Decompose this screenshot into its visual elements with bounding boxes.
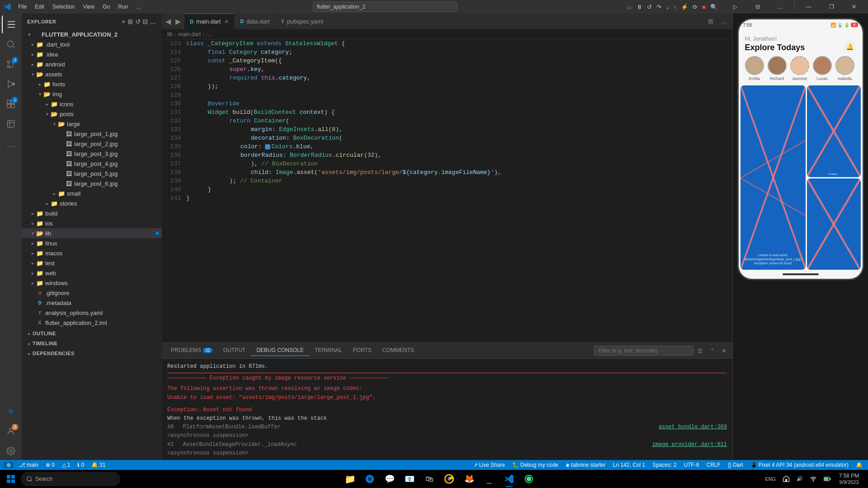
new-file-icon[interactable]: + xyxy=(122,18,126,25)
tab-main-dart[interactable]: D main.dart ✕ xyxy=(184,14,235,29)
debug-restart-btn[interactable]: ↺ xyxy=(645,4,654,10)
section-timeline[interactable]: ▸ TIMELINE xyxy=(22,338,162,348)
status-eol[interactable]: CRLF xyxy=(705,462,722,468)
status-spaces[interactable]: Spaces: 2 xyxy=(651,462,678,468)
panel-filter-input[interactable] xyxy=(594,346,693,356)
activity-search[interactable] xyxy=(2,35,20,53)
close-btn[interactable]: ✕ xyxy=(844,0,864,14)
file-large-post-2[interactable]: ▸ 🖼 large_post_2.jpg xyxy=(22,139,162,149)
taskbar-app-chrome[interactable] xyxy=(440,470,458,488)
debug-pause-btn[interactable]: ⏸ xyxy=(635,4,644,10)
taskbar-app-teams[interactable]: 💬 xyxy=(381,470,399,488)
activity-explorer[interactable] xyxy=(2,15,20,33)
split-right-btn[interactable]: ⊞ xyxy=(705,16,716,27)
activity-extensions[interactable]: 1 xyxy=(2,95,20,113)
folder-stories[interactable]: ▸ 📁 stories xyxy=(22,198,162,208)
activity-run[interactable] xyxy=(2,75,20,93)
panel-tab-terminal[interactable]: TERMINAL xyxy=(309,345,348,356)
file-large-post-4[interactable]: ▸ 🖼 large_post_4.jpg xyxy=(22,159,162,169)
panel-tab-output[interactable]: OUTPUT xyxy=(218,345,251,356)
panel-tab-debug-console[interactable]: DEBUG CONSOLE xyxy=(251,345,309,356)
folder-fonts[interactable]: ▸ 📁 fonts xyxy=(22,79,162,89)
panel-tab-problems[interactable]: PROBLEMS 32 xyxy=(165,345,218,356)
status-language[interactable]: {} Dart xyxy=(726,462,745,468)
start-button[interactable] xyxy=(2,472,20,486)
run-btn[interactable]: ▷ xyxy=(725,0,745,14)
menu-edit[interactable]: Edit xyxy=(31,3,48,11)
menu-more[interactable]: … xyxy=(132,3,145,11)
folder-assets[interactable]: ▾ 📂 assets xyxy=(22,69,162,79)
file-large-post-6[interactable]: ▸ 🖼 large_post_6.jpg xyxy=(22,178,162,188)
debug-hotreload-btn[interactable]: ⚡ xyxy=(679,4,690,10)
stack-frame-1-link[interactable]: image_provider.dart:811 xyxy=(652,441,727,449)
taskbar-app-store[interactable]: 🛍 xyxy=(420,470,439,488)
taskbar-language[interactable]: ENG xyxy=(762,474,778,483)
file-large-post-3[interactable]: ▸ 🖼 large_post_3.jpg xyxy=(22,149,162,159)
status-branch[interactable]: ⎇ main xyxy=(17,462,40,468)
more-files-icon[interactable]: … xyxy=(150,18,157,25)
status-tabnine[interactable]: ◈ tabnine starter xyxy=(564,462,608,468)
section-dependencies[interactable]: ▸ DEPENDENCIES xyxy=(22,348,162,358)
status-info[interactable]: ℹ 0 xyxy=(75,462,86,468)
file-metadata[interactable]: ▸ D .metadata xyxy=(22,298,162,308)
status-notifications-count[interactable]: 🔔 31 xyxy=(90,462,107,468)
folder-web[interactable]: ▸ 📁 web xyxy=(22,268,162,278)
taskbar-app-terminal[interactable]: _ xyxy=(480,470,498,488)
taskbar-app-firefox[interactable]: 🦊 xyxy=(460,470,478,488)
panel-close-btn[interactable]: ✕ xyxy=(719,346,729,356)
taskbar-app-edge[interactable] xyxy=(361,470,379,488)
taskbar-search-box[interactable]: Search xyxy=(21,472,120,486)
tab-close-btn[interactable]: ✕ xyxy=(224,19,229,25)
minimize-btn[interactable]: — xyxy=(798,0,819,14)
menu-run[interactable]: Run xyxy=(114,3,132,11)
folder-large[interactable]: ▾ 📂 large xyxy=(22,119,162,129)
taskbar-datetime[interactable]: 7:58 PM 9/9/2023 xyxy=(835,473,863,485)
folder-windows[interactable]: ▸ 📁 windows xyxy=(22,278,162,288)
folder-android[interactable]: ▸ 📁 android xyxy=(22,59,162,69)
tab-data-dart[interactable]: D data.dart xyxy=(235,14,275,29)
status-feedback[interactable]: 🔔 xyxy=(854,462,864,468)
taskbar-battery[interactable] xyxy=(821,474,834,484)
taskbar-app-vscode[interactable] xyxy=(500,470,518,488)
collapse-icon[interactable]: ⊟ xyxy=(142,18,148,25)
menu-selection[interactable]: Selection xyxy=(49,3,78,11)
activity-more[interactable]: … xyxy=(2,135,20,153)
taskbar-sound[interactable]: 🔊 xyxy=(794,474,806,483)
activity-source-control[interactable]: 3 xyxy=(2,55,20,73)
breadcrumb-file[interactable]: main.dart xyxy=(178,31,201,38)
title-search-input[interactable] xyxy=(313,2,458,12)
root-folder[interactable]: ▾ FLUTTER_APPLICATION_2 xyxy=(22,29,162,39)
activity-remote[interactable]: ⊛ xyxy=(2,402,20,420)
status-live-share[interactable]: ↗ Live Share xyxy=(472,462,507,468)
debug-stepover-btn[interactable]: ↷ xyxy=(655,4,663,10)
debug-split-btn[interactable]: ⚏ xyxy=(625,4,634,10)
status-device[interactable]: 📱 Pixel 4 API 34 (android-x64 emulator) xyxy=(749,462,850,468)
more-actions-icon[interactable]: … xyxy=(718,16,729,27)
status-warnings[interactable]: △ 1 xyxy=(60,462,72,468)
file-gitignore[interactable]: ▸ ⊘ .gitignore xyxy=(22,288,162,298)
phone-notification-bell[interactable]: 🔔 xyxy=(844,40,856,53)
panel-tab-comments[interactable]: COMMENTS xyxy=(377,345,420,356)
split-editor-btn[interactable]: ⊟ xyxy=(747,0,768,14)
stack-frame-0-link[interactable]: asset_bundle.dart:369 xyxy=(659,423,727,432)
breadcrumb-lib[interactable]: lib xyxy=(167,31,173,38)
folder-dart-tool[interactable]: ▸ 📁 .dart_tool xyxy=(22,39,162,49)
taskbar-app-explorer[interactable]: 📁 xyxy=(341,470,359,488)
taskbar-wifi[interactable] xyxy=(780,474,792,484)
status-encoding[interactable]: UTF-8 xyxy=(682,462,701,468)
debug-stop-btn[interactable]: ■ xyxy=(700,4,708,10)
panel-wrap-btn[interactable]: ☰ xyxy=(695,346,705,356)
phone-home-bar[interactable] xyxy=(783,273,819,275)
folder-idea[interactable]: ▸ 📁 .idea xyxy=(22,49,162,59)
nav-fwd-btn[interactable]: ▶ xyxy=(174,17,183,26)
taskbar-network[interactable] xyxy=(807,474,819,484)
file-analysis-options[interactable]: ▸ Y analysis_options.yaml xyxy=(22,308,162,318)
debug-search-btn[interactable]: 🔍 xyxy=(708,4,719,10)
debug-stepout-btn[interactable]: ↑ xyxy=(672,4,679,10)
activity-testing[interactable] xyxy=(2,115,20,133)
status-position[interactable]: Ln 142, Col 1 xyxy=(611,462,647,468)
folder-small[interactable]: ▸ 📁 small xyxy=(22,188,162,198)
taskbar-app-mail[interactable]: 📧 xyxy=(401,470,419,488)
folder-posts[interactable]: ▾ 📂 posts xyxy=(22,109,162,119)
code-content[interactable]: class _CategoryItem extends StatelessWid… xyxy=(184,39,732,343)
